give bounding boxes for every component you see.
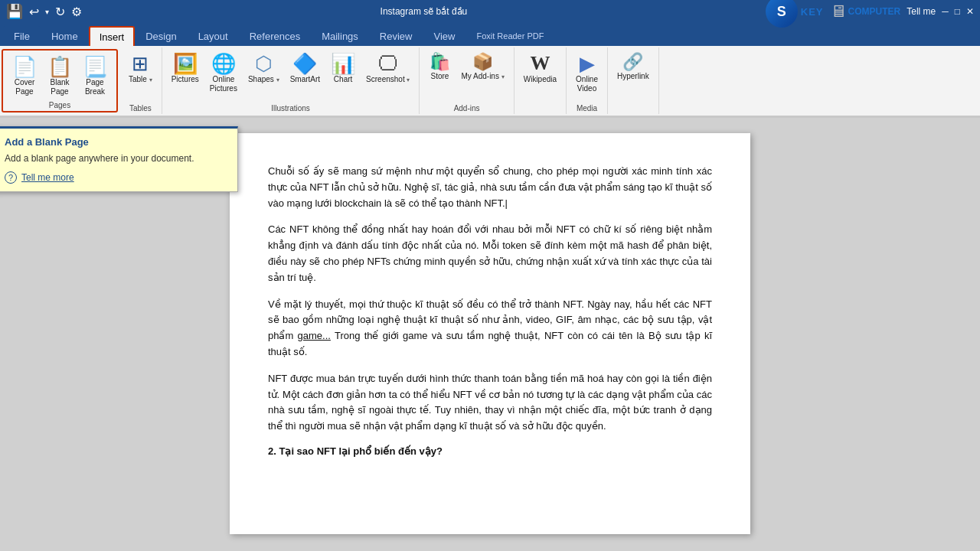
illustrations-group-label: Illustrations <box>271 104 310 112</box>
title-bar-title: Instagram sẽ bắt đầu <box>82 6 766 17</box>
ribbon-content: 📄 CoverPage 📋 BlankPage Add a Blank Page… <box>0 46 980 117</box>
media-group: ▶ OnlineVideo Media <box>567 47 608 114</box>
table-icon: ⊞ <box>132 54 149 73</box>
store-icon: 🛍️ <box>430 54 450 70</box>
addins-group: 🛍️ Store 📦 My Add-ins ▾ Add-ins <box>420 47 514 114</box>
table-btn[interactable]: ⊞ Table ▾ <box>124 51 157 87</box>
screenshot-icon: 🖵 <box>378 54 398 73</box>
addins-group-items: 🛍️ Store 📦 My Add-ins ▾ <box>424 51 508 103</box>
chart-btn[interactable]: 📊 Chart <box>326 51 360 87</box>
settings-icon[interactable]: ⚙ <box>71 5 82 19</box>
addins-group-label: Add-ins <box>454 104 480 112</box>
undo-icon[interactable]: ↩ <box>29 5 39 19</box>
pages-group-items: 📄 CoverPage 📋 BlankPage Add a Blank Page… <box>8 54 112 99</box>
links-group-items: 🔗 Hyperlink <box>612 51 654 111</box>
blank-page-icon: 📋 <box>47 57 72 77</box>
hyperlink-btn[interactable]: 🔗 Hyperlink <box>612 51 654 84</box>
doc-paragraph-1: Chuỗi số ấy sẽ mang sứ mệnh như một quyể… <box>268 164 712 211</box>
wikipedia-group: W Wikipedia <box>514 47 567 114</box>
hyperlink-icon: 🔗 <box>622 54 643 70</box>
cover-page-label: CoverPage <box>15 78 35 96</box>
pages-group: 📄 CoverPage 📋 BlankPage Add a Blank Page… <box>2 49 118 112</box>
smartart-btn[interactable]: 🔷 SmartArt <box>286 51 325 87</box>
pictures-label: Pictures <box>172 75 199 84</box>
links-group: 🔗 Hyperlink <box>608 47 659 114</box>
online-video-icon: ▶ <box>580 54 595 73</box>
title-bar: 💾 ↩ ▾ ↻ ⚙ Instagram sẽ bắt đầu S KEY 🖥 C… <box>0 0 980 23</box>
tab-references[interactable]: References <box>239 26 311 46</box>
media-group-label: Media <box>577 104 597 112</box>
hyperlink-label: Hyperlink <box>617 72 649 81</box>
tooltip-link-text[interactable]: Tell me more <box>21 172 74 183</box>
tooltip-link-icon: ? <box>5 171 17 184</box>
wikipedia-btn[interactable]: W Wikipedia <box>519 51 561 87</box>
store-label: Store <box>431 72 449 81</box>
illustrations-group-items: 🖼️ Pictures 🌐 OnlinePictures ⬡ Shapes ▾ … <box>167 51 415 103</box>
wikipedia-icon: W <box>530 54 550 73</box>
tell-me-input[interactable]: Tell me <box>906 6 936 17</box>
chart-label: Chart <box>334 75 352 84</box>
pictures-icon: 🖼️ <box>173 54 198 73</box>
doc-paragraph-4: NFT được mua bán trực tuyến dưới hình th… <box>268 371 712 435</box>
tables-group-label: Tables <box>129 104 152 112</box>
doc-paragraph-3: Về mặt lý thuyết, mọi thứ thuộc kĩ thuật… <box>268 297 712 360</box>
cover-page-icon: 📄 <box>12 57 37 77</box>
screenshot-label: Screenshot ▾ <box>366 75 410 84</box>
my-addins-label: My Add-ins ▾ <box>461 72 504 81</box>
illustrations-group: 🖼️ Pictures 🌐 OnlinePictures ⬡ Shapes ▾ … <box>162 47 420 114</box>
screenshot-btn[interactable]: 🖵 Screenshot ▾ <box>361 51 414 87</box>
doc-page: Chuỗi số ấy sẽ mang sứ mệnh như một quyể… <box>230 133 750 534</box>
online-video-btn[interactable]: ▶ OnlineVideo <box>571 51 603 96</box>
smartart-icon: 🔷 <box>292 54 317 73</box>
tables-group: ⊞ Table ▾ Tables <box>119 47 162 114</box>
computer-logo: 🖥 COMPUTER <box>830 2 901 21</box>
doc-paragraph-2: Các NFT không thể đồng nhất hay hoán đổi… <box>268 222 712 285</box>
online-pictures-btn[interactable]: 🌐 OnlinePictures <box>205 51 242 96</box>
online-video-label: OnlineVideo <box>576 75 598 93</box>
tab-file[interactable]: File <box>3 26 41 46</box>
tables-group-items: ⊞ Table ▾ <box>124 51 157 103</box>
shapes-btn[interactable]: ⬡ Shapes ▾ <box>243 51 284 87</box>
doc-heading-1: 2. Tại sao NFT lại phổ biến đến vậy? <box>268 445 712 457</box>
online-pictures-icon: 🌐 <box>211 54 236 73</box>
wikipedia-label: Wikipedia <box>524 75 557 84</box>
skey-logo: S KEY <box>766 0 824 28</box>
blank-page-tooltip: Add a Blank Page Add a blank page anywhe… <box>0 126 238 192</box>
restore-btn[interactable]: □ <box>955 6 960 17</box>
cover-page-btn[interactable]: 📄 CoverPage <box>8 54 41 99</box>
save-icon[interactable]: 💾 <box>6 3 23 20</box>
table-label: Table ▾ <box>129 75 152 84</box>
tab-home[interactable]: Home <box>41 26 89 46</box>
tab-mailings[interactable]: Mailings <box>311 26 369 46</box>
online-pictures-label: OnlinePictures <box>210 75 237 93</box>
redo-icon[interactable]: ↻ <box>55 5 65 19</box>
my-addins-icon: 📦 <box>472 54 493 70</box>
ribbon: 📄 CoverPage 📋 BlankPage Add a Blank Page… <box>0 46 980 118</box>
tab-view[interactable]: View <box>423 26 466 46</box>
tab-design[interactable]: Design <box>135 26 187 46</box>
tooltip-link[interactable]: ? Tell me more <box>5 171 227 184</box>
shapes-label: Shapes ▾ <box>248 75 279 84</box>
tooltip-title: Add a Blank Page <box>5 136 227 148</box>
page-break-btn[interactable]: 📃 PageBreak <box>78 54 112 99</box>
pages-group-label: Pages <box>49 101 70 109</box>
pictures-btn[interactable]: 🖼️ Pictures <box>167 51 204 87</box>
smartart-label: SmartArt <box>290 75 320 84</box>
my-addins-btn[interactable]: 📦 My Add-ins ▾ <box>456 51 508 84</box>
page-break-icon: 📃 <box>83 57 107 77</box>
title-bar-right: S KEY 🖥 COMPUTER Tell me ─ □ ✕ <box>766 0 974 28</box>
store-btn[interactable]: 🛍️ Store <box>424 51 455 84</box>
blank-page-btn[interactable]: 📋 BlankPage Add a Blank Page Add a blank… <box>43 54 77 99</box>
media-group-items: ▶ OnlineVideo <box>571 51 603 103</box>
close-btn[interactable]: ✕ <box>966 6 974 17</box>
page-break-label: PageBreak <box>85 78 105 96</box>
undo-dropdown-icon[interactable]: ▾ <box>45 8 49 16</box>
title-bar-left: 💾 ↩ ▾ ↻ ⚙ <box>6 3 82 20</box>
tab-insert[interactable]: Insert <box>89 26 136 46</box>
blank-page-label: BlankPage <box>50 78 69 96</box>
tab-layout[interactable]: Layout <box>188 26 239 46</box>
tab-foxit[interactable]: Foxit Reader PDF <box>466 26 554 46</box>
minimize-btn[interactable]: ─ <box>942 6 949 17</box>
tooltip-desc: Add a blank page anywhere in your docume… <box>5 152 227 165</box>
tab-review[interactable]: Review <box>369 26 423 46</box>
